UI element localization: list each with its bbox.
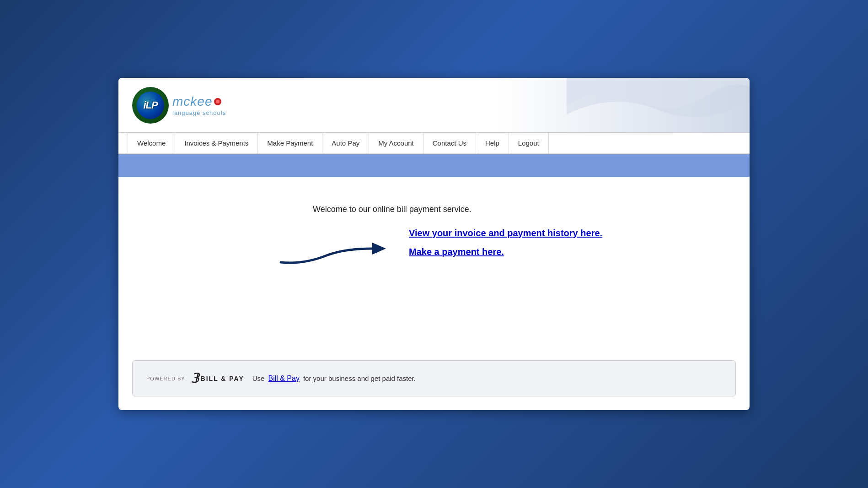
- footer-text-before: Use: [252, 374, 265, 382]
- arrow-icon: [276, 233, 395, 269]
- header: iLP mckee language schools: [118, 78, 750, 133]
- mckee-brand: mckee: [172, 94, 226, 109]
- arrow-container: [276, 233, 395, 269]
- nav-bar: Welcome Invoices & Payments Make Payment…: [118, 133, 750, 154]
- welcome-text: Welcome to our online bill payment servi…: [313, 205, 472, 214]
- ilp-logo-text: iLP: [143, 99, 157, 111]
- nav-invoices[interactable]: Invoices & Payments: [175, 133, 258, 153]
- svg-marker-0: [372, 243, 386, 255]
- mckee-word: mckee: [172, 94, 212, 109]
- powered-by-label: POWERED BY: [146, 376, 185, 381]
- bill-pay-text: BILL & PAY: [201, 375, 244, 382]
- footer-text-after: for your business and get paid faster.: [303, 374, 416, 382]
- invoice-history-link[interactable]: View your invoice and payment history he…: [409, 228, 602, 239]
- bill-pay-footer-link[interactable]: Bill & Pay: [268, 374, 299, 383]
- footer: POWERED BY 𝟛 BILL & PAY Use Bill & Pay f…: [132, 360, 736, 396]
- nav-auto-pay[interactable]: Auto Pay: [322, 133, 369, 153]
- mckee-dot-inner: [216, 100, 220, 103]
- nav-contact-us[interactable]: Contact Us: [423, 133, 476, 153]
- links-with-arrow: View your invoice and payment history he…: [276, 228, 602, 269]
- nav-make-payment[interactable]: Make Payment: [258, 133, 322, 153]
- nav-welcome[interactable]: Welcome: [128, 133, 175, 153]
- nav-logout[interactable]: Logout: [509, 133, 549, 153]
- mckee-subtitle: language schools: [172, 109, 226, 117]
- nav-help[interactable]: Help: [476, 133, 509, 153]
- links-container: View your invoice and payment history he…: [409, 228, 602, 257]
- main-content: Welcome to our online bill payment servi…: [118, 177, 750, 351]
- bill-pay-logo: 𝟛 BILL & PAY: [191, 371, 244, 386]
- main-container: iLP mckee language schools Welcome Inv: [118, 78, 750, 410]
- make-payment-link[interactable]: Make a payment here.: [409, 247, 602, 257]
- mckee-registered: [214, 98, 221, 105]
- nav-my-account[interactable]: My Account: [369, 133, 423, 153]
- header-wave: [567, 78, 750, 133]
- mckee-text: mckee language schools: [172, 94, 226, 116]
- ilp-logo: iLP: [132, 87, 169, 124]
- logo-container: iLP mckee language schools: [132, 87, 226, 124]
- blue-banner: [118, 154, 750, 177]
- bill-pay-icon: 𝟛: [191, 371, 199, 386]
